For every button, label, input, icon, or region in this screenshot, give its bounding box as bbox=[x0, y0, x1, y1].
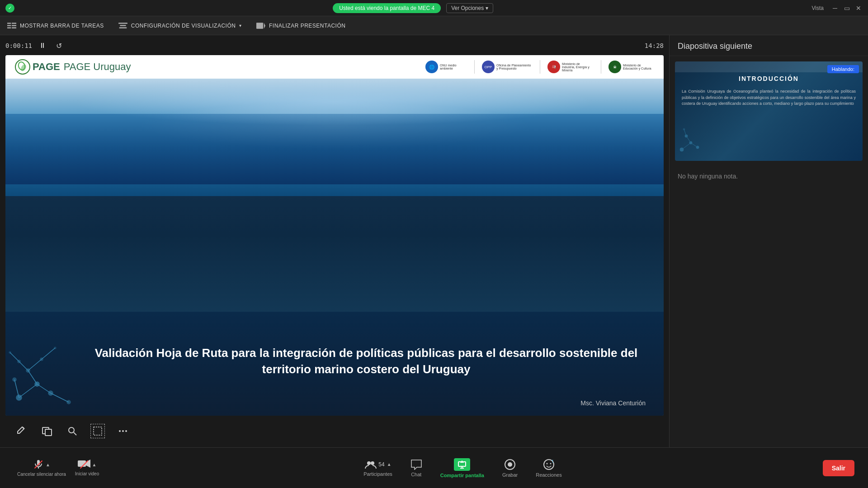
slide-title: Validación Hoja de Ruta para la integrac… bbox=[87, 345, 646, 378]
minimize-button[interactable]: ─ bbox=[831, 4, 839, 12]
page-logo: PAGE PAGE Uruguay bbox=[14, 59, 131, 75]
uruguay-logo-text: PAGE Uruguay bbox=[64, 61, 131, 73]
svg-point-38 bbox=[119, 430, 121, 432]
hablando-badge: Hablando: bbox=[827, 65, 859, 73]
svg-rect-2 bbox=[7, 25, 11, 26]
app-title: Vista bbox=[812, 5, 824, 11]
more-icon bbox=[118, 426, 128, 436]
slide-wrapper: PAGE PAGE Uruguay 🌐 ONU medio ambiente O… bbox=[5, 55, 664, 416]
divider1 bbox=[474, 60, 475, 74]
bottom-left-controls: ▲ Cancelar silenciar ahora ▲ Iniciar vid… bbox=[14, 456, 103, 479]
mute-button[interactable]: ▲ Cancelar silenciar ahora bbox=[14, 456, 70, 479]
reactions-button[interactable]: Reacciones bbox=[528, 456, 569, 480]
svg-point-13 bbox=[20, 64, 28, 72]
close-button[interactable]: ✕ bbox=[854, 4, 863, 12]
svg-point-39 bbox=[122, 430, 124, 432]
video-button[interactable]: ▲ Iniciar video bbox=[71, 457, 103, 479]
menu-item-mostrar-barra[interactable]: MOSTRAR BARRA DE TAREAS bbox=[7, 22, 104, 29]
reactions-label: Reacciones bbox=[536, 472, 561, 478]
copy-icon bbox=[42, 426, 52, 436]
time-elapsed: 0:00:11 bbox=[5, 42, 32, 49]
record-label: Grabar bbox=[502, 472, 518, 478]
svg-point-40 bbox=[125, 430, 127, 432]
intro-text: La Comisión Uruguaya de Oceanografía pla… bbox=[682, 89, 856, 107]
page-logo-svg bbox=[14, 59, 31, 75]
select-icon bbox=[92, 426, 103, 436]
partner-logo-onu: 🌐 ONU medio ambiente bbox=[425, 61, 467, 73]
participants-button[interactable]: 54 ▲ Participantes bbox=[356, 457, 400, 479]
ver-opciones-button[interactable]: Ver Opciones ▾ bbox=[446, 3, 493, 13]
top-bar: ✓ Usted está viendo la pantalla de MEC 4… bbox=[0, 0, 868, 16]
maximize-button[interactable]: ▭ bbox=[843, 4, 851, 12]
exit-button[interactable]: Salir bbox=[823, 460, 854, 476]
participants-icon bbox=[364, 460, 377, 469]
svg-line-36 bbox=[74, 432, 76, 435]
right-panel-title: Diapositiva siguiente bbox=[670, 35, 868, 56]
window-controls: ─ ▭ ✕ bbox=[831, 4, 863, 12]
menu-item-finalizar[interactable]: FINALIZAR PRESENTACIÓN bbox=[256, 22, 345, 29]
config-icon bbox=[118, 22, 127, 29]
svg-point-35 bbox=[69, 427, 74, 433]
svg-line-45 bbox=[682, 143, 691, 150]
svg-point-49 bbox=[683, 128, 685, 130]
participants-chevron: ▲ bbox=[387, 462, 392, 467]
search-tool-button[interactable] bbox=[65, 424, 80, 438]
svg-point-55 bbox=[371, 461, 374, 465]
pen-tool-button[interactable] bbox=[14, 424, 29, 438]
slide-toolbar bbox=[5, 419, 664, 443]
partner-opp-text: Oficina de Planeamiento y Presupuesto bbox=[496, 64, 533, 70]
refresh-button[interactable]: ↺ bbox=[53, 40, 65, 52]
record-button[interactable]: Grabar bbox=[495, 456, 525, 480]
ocean-wave bbox=[5, 79, 664, 196]
svg-point-54 bbox=[367, 461, 371, 465]
mute-label: Cancelar silenciar ahora bbox=[17, 472, 66, 477]
partner-logo-miem: 🏭 Ministerio de Industria, Energía y Min… bbox=[547, 61, 594, 73]
copy-slides-button[interactable] bbox=[40, 424, 54, 438]
svg-rect-1 bbox=[12, 23, 16, 24]
bottom-center-controls: 54 ▲ Participantes Chat Compartir pantal… bbox=[356, 455, 569, 481]
reactions-icon bbox=[543, 459, 555, 470]
svg-line-23 bbox=[51, 393, 69, 402]
svg-marker-10 bbox=[264, 23, 265, 28]
svg-rect-7 bbox=[120, 25, 126, 26]
presentation-area: 0:00:11 ⏸ ↺ 14:28 bbox=[0, 35, 669, 447]
video-icon-row: ▲ bbox=[78, 460, 97, 469]
slide-title-container: Validación Hoja de Ruta para la integrac… bbox=[5, 336, 664, 392]
time-remaining: 14:28 bbox=[645, 42, 664, 49]
bottom-right-controls: Salir bbox=[823, 460, 854, 476]
divider3 bbox=[601, 60, 601, 74]
slide-bottom-section: Validación Hoja de Ruta para la integrac… bbox=[5, 312, 664, 416]
svg-rect-4 bbox=[7, 27, 11, 28]
select-area-button[interactable] bbox=[90, 424, 105, 438]
share-screen-button[interactable]: Compartir pantalla bbox=[433, 455, 491, 481]
grid-icon bbox=[7, 22, 16, 29]
menu-item-configuracion[interactable]: CONFIGURACIÓN DE VISUALIZACIÓN ▾ bbox=[118, 22, 242, 29]
svg-rect-37 bbox=[94, 427, 102, 435]
svg-point-59 bbox=[508, 462, 512, 467]
menu-bar: MOSTRAR BARRA DE TAREAS CONFIGURACIÓN DE… bbox=[0, 16, 868, 35]
presentation-controls: 0:00:11 ⏸ ↺ 14:28 bbox=[5, 40, 664, 52]
notes-section: No hay ninguna nota. bbox=[670, 166, 868, 186]
top-bar-right: Vista ─ ▭ ✕ bbox=[812, 4, 863, 12]
svg-point-61 bbox=[546, 463, 547, 464]
chat-icon bbox=[410, 459, 422, 470]
participants-label: Participantes bbox=[363, 471, 392, 477]
stop-icon bbox=[256, 22, 265, 29]
mute-chevron[interactable]: ▲ bbox=[46, 462, 50, 467]
svg-rect-9 bbox=[256, 23, 263, 28]
participants-count: 54 bbox=[378, 461, 384, 468]
page-logo-text: PAGE bbox=[33, 61, 60, 73]
top-bar-left: ✓ bbox=[5, 4, 14, 13]
more-options-button[interactable] bbox=[116, 424, 130, 438]
video-chevron[interactable]: ▲ bbox=[92, 462, 97, 467]
bottom-bar: ▲ Cancelar silenciar ahora ▲ Iniciar vid… bbox=[0, 447, 868, 488]
slide-container: PAGE PAGE Uruguay 🌐 ONU medio ambiente O… bbox=[5, 55, 664, 416]
shield-icon: ✓ bbox=[5, 4, 14, 13]
svg-point-62 bbox=[550, 463, 551, 464]
chat-button[interactable]: Chat bbox=[403, 456, 429, 480]
share-label: Compartir pantalla bbox=[440, 473, 484, 478]
svg-rect-6 bbox=[118, 23, 127, 24]
partner-miem-text: Ministerio de Industria, Energía y Miner… bbox=[562, 62, 594, 72]
pause-button[interactable]: ⏸ bbox=[37, 40, 48, 52]
divider2 bbox=[540, 60, 540, 74]
